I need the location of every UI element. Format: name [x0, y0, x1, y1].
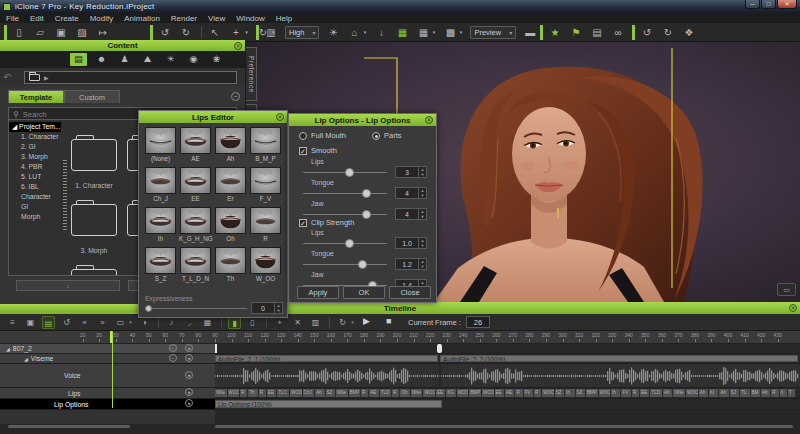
preview-dropdown[interactable]: Preview▾ — [470, 26, 516, 39]
collapse-icon[interactable]: − — [231, 92, 240, 101]
viseme-thumb-w-oo[interactable]: W_OO — [249, 247, 282, 287]
viseme-image[interactable] — [250, 167, 281, 194]
viseme-key-chip[interactable]: Ah — [663, 389, 673, 397]
slider-thumb[interactable] — [362, 210, 371, 219]
track-row-lips[interactable]: Lips ● NNeWOORThREETLCWOOChJAhSZNNeBMPRA… — [0, 388, 800, 399]
viseme-image[interactable] — [180, 127, 211, 154]
viseme-key-chip[interactable]: NNe — [215, 389, 228, 397]
content-close-icon[interactable]: ✕ — [234, 42, 242, 50]
home-view-icon[interactable]: ⌂ — [347, 25, 361, 40]
viseme-key-chip[interactable]: WOO — [290, 389, 303, 397]
track-clips-lips[interactable]: NNeWOORThREETLCWOOChJAhSZNNeBMPRAETLDROh… — [215, 388, 800, 398]
menu-window[interactable]: Window — [236, 14, 264, 23]
folder-thumb-character[interactable] — [71, 139, 117, 171]
viseme-key-chip[interactable]: K — [780, 389, 788, 397]
viseme-key-chip[interactable]: Ah — [315, 389, 325, 397]
viseme-thumb-th[interactable]: Th — [214, 247, 247, 287]
audio-clip-1[interactable]: AudioFile_2_1 (100%) — [215, 355, 438, 362]
back-arrow-icon[interactable]: ↶ — [0, 72, 14, 82]
gizmo-cage-icon[interactable]: ▩ — [443, 25, 457, 40]
spinner-arrows[interactable]: ▲▼ — [418, 209, 426, 219]
slider-thumb[interactable] — [145, 305, 152, 312]
track-row-lip-options[interactable]: Lip Options ● Lip Options (100%) — [0, 399, 800, 410]
record-icon[interactable]: ● — [185, 344, 193, 352]
brightness-icon[interactable]: ☀ — [326, 25, 340, 40]
viseme-key-chip[interactable]: WOO — [686, 389, 699, 397]
follow-camera-icon[interactable]: ↻ — [661, 25, 675, 40]
redo-icon[interactable]: ↻ — [179, 25, 193, 40]
viseme-key-chip[interactable]: WOO — [482, 389, 495, 397]
viseme-key-chip[interactable]: Ah — [719, 389, 729, 397]
spinner-arrows[interactable]: ▲▼ — [418, 167, 426, 177]
viseme-image[interactable] — [145, 207, 176, 234]
viseme-key-chip[interactable]: SZ — [326, 389, 336, 397]
viseme-key-chip[interactable]: TL — [740, 389, 750, 397]
motion-puppet-icon[interactable]: ★ — [548, 25, 562, 40]
slider-value-box[interactable]: 1.0▲▼ — [395, 237, 427, 249]
timeline-ruler[interactable]: 1020304050607080901001101201301401501601… — [0, 331, 800, 344]
tab-custom[interactable]: Custom — [64, 90, 120, 103]
dropdown-caret-icon[interactable]: ▾ — [431, 25, 436, 40]
viseme-key-chip[interactable]: NNe — [336, 389, 349, 397]
viseme-key-chip[interactable]: Th — [248, 389, 258, 397]
viseme-image[interactable] — [215, 167, 246, 194]
viseme-image[interactable] — [215, 127, 246, 154]
tree-item-4-pbr[interactable]: 4. PBR — [9, 162, 61, 172]
collect-clip-icon[interactable]: ▣ — [24, 316, 37, 329]
viseme-key-chip[interactable]: R — [240, 389, 248, 397]
record-icon[interactable]: ● — [185, 399, 193, 407]
menu-file[interactable]: File — [6, 14, 19, 23]
expressiveness-slider[interactable] — [145, 305, 247, 312]
slider-thumb[interactable] — [345, 239, 354, 248]
actor-icon[interactable]: ☻ — [93, 53, 110, 66]
snap-grid-icon[interactable]: ▦ — [395, 25, 409, 40]
camera-view-toggle[interactable]: ▭ — [777, 283, 796, 296]
slider-thumb[interactable] — [345, 168, 354, 177]
viseme-image[interactable] — [180, 247, 211, 274]
current-frame-input[interactable]: 26 — [466, 316, 490, 328]
viseme-key-chip[interactable]: Ih — [611, 389, 621, 397]
close-button[interactable]: ✕ — [777, 0, 797, 9]
dropdown-caret-icon[interactable]: ▾ — [244, 25, 249, 40]
viseme-image[interactable] — [250, 247, 281, 274]
dock-panel-icon[interactable]: ▥ — [264, 25, 278, 40]
loop-icon[interactable]: ↺ — [60, 316, 73, 329]
lip-options-header[interactable]: Lip Options - Lip Options ✕ — [289, 114, 436, 126]
content-panel-header[interactable]: Content ✕ — [0, 40, 245, 51]
track-row-viseme[interactable]: ◢ Viseme − ● AudioFile_2_1 (100%) AudioF… — [0, 354, 800, 364]
track-clips-lip-options[interactable]: Lip Options (100%) — [215, 399, 800, 409]
expand-arrow-icon[interactable]: ◢ — [24, 356, 28, 362]
viseme-key-chip[interactable]: TLD — [380, 389, 393, 397]
dropdown-caret-icon[interactable]: ▾ — [350, 316, 355, 329]
tab-template[interactable]: Template — [8, 90, 64, 103]
minimize-button[interactable]: ─ — [745, 0, 760, 9]
viseme-key-chip[interactable]: R — [361, 389, 369, 397]
viseme-key-chip[interactable]: FV — [524, 389, 534, 397]
folder-icon-green[interactable]: ▤ — [42, 316, 55, 329]
viseme-key-chip[interactable]: BM — [751, 389, 761, 397]
playhead-line[interactable] — [112, 331, 113, 408]
viseme-image[interactable] — [250, 207, 281, 234]
track-row-character[interactable]: ◢ 807_2 − ● — [0, 344, 800, 354]
viseme-key-chip[interactable]: WOO — [423, 389, 436, 397]
zoom-range-icon[interactable]: ↻ — [336, 316, 349, 329]
expressiveness-value[interactable]: 0 ▲▼ — [251, 302, 283, 314]
viseme-image[interactable] — [145, 247, 176, 274]
slider-thumb[interactable] — [362, 189, 371, 198]
viseme-key-chip[interactable]: WOO — [542, 389, 555, 397]
scene-icon[interactable]: ⛰ — [139, 53, 156, 66]
viseme-key-chip[interactable]: AE — [369, 389, 379, 397]
move-icon[interactable]: + — [229, 25, 243, 40]
side-tab-preference[interactable]: Preference — [246, 47, 257, 101]
stop-button[interactable]: ■ — [386, 316, 391, 326]
viseme-thumb-ah[interactable]: Ah — [214, 127, 247, 167]
track-list-icon[interactable]: ≡ — [6, 316, 19, 329]
horizontal-scrollbar-left[interactable] — [8, 425, 130, 428]
slider-value-box[interactable]: 1.2▲▼ — [395, 258, 427, 270]
viseme-key-chip[interactable]: WOO — [599, 389, 612, 397]
viseme-key-chip[interactable]: R — [392, 389, 400, 397]
spinner-arrows[interactable]: ▲▼ — [274, 303, 282, 313]
viseme-key-chip[interactable]: BMP — [469, 389, 482, 397]
save-project-icon[interactable]: ▣ — [54, 25, 68, 40]
export-icon[interactable]: ↦ — [96, 25, 110, 40]
